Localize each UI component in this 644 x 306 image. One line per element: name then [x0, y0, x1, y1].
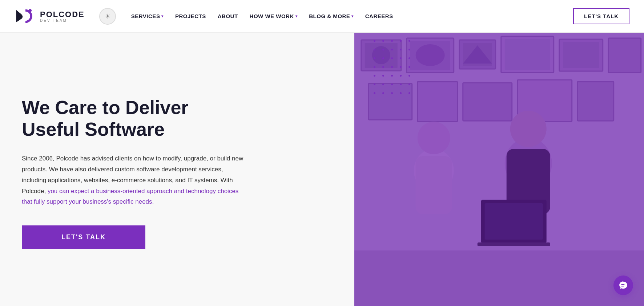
hero-section: We Care to Deliver Useful Software Since…	[0, 33, 644, 306]
logo-name: POLCODE	[40, 10, 85, 19]
nav-careers[interactable]: CAREERS	[361, 10, 398, 22]
blog-chevron-icon: ▾	[351, 14, 354, 18]
navbar: POLCODE DEV TEAM ☀ SERVICES ▾ PROJECTS A…	[0, 0, 644, 33]
nav-links: SERVICES ▾ PROJECTS ABOUT HOW WE WORK ▾ …	[127, 10, 573, 22]
hero-heading: We Care to Deliver Useful Software	[22, 97, 333, 140]
nav-cta-button[interactable]: LET'S TALK	[573, 8, 629, 24]
chat-icon	[619, 281, 628, 290]
logo-text: POLCODE DEV TEAM	[40, 10, 85, 23]
dot-grid-decoration	[374, 40, 414, 97]
logo-subtext: DEV TEAM	[40, 19, 85, 23]
hero-body-text: Since 2006, Polcode has advised clients …	[22, 153, 247, 207]
nav-services[interactable]: SERVICES ▾	[127, 10, 168, 22]
theme-toggle-button[interactable]: ☀	[99, 8, 116, 25]
logo[interactable]: POLCODE DEV TEAM	[15, 6, 85, 26]
chat-bubble-button[interactable]	[613, 276, 633, 295]
hero-left-content: We Care to Deliver Useful Software Since…	[0, 33, 354, 306]
how-we-work-chevron-icon: ▾	[295, 14, 298, 18]
logo-icon	[15, 6, 36, 26]
hero-cta-button[interactable]: LET'S TALK	[22, 225, 145, 249]
services-chevron-icon: ▾	[161, 14, 164, 18]
nav-projects[interactable]: PROJECTS	[171, 10, 210, 22]
svg-point-0	[29, 9, 32, 12]
nav-about[interactable]: ABOUT	[213, 10, 242, 22]
nav-how-we-work[interactable]: HOW WE WORK ▾	[245, 10, 302, 22]
nav-blog-more[interactable]: BLOG & MORE ▾	[305, 10, 358, 22]
